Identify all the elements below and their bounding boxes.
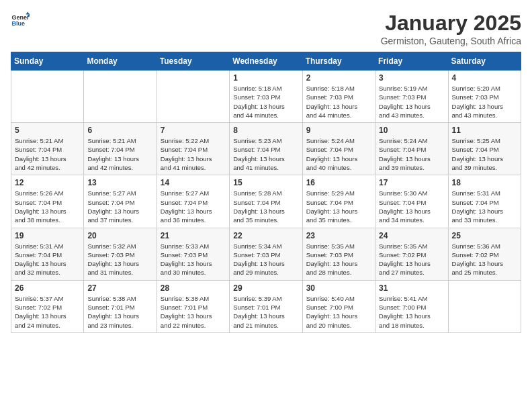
day-cell: 13Sunrise: 5:27 AM Sunset: 7:04 PM Dayli… <box>84 175 157 228</box>
day-info: Sunrise: 5:35 AM Sunset: 7:03 PM Dayligh… <box>306 242 371 277</box>
day-cell: 4Sunrise: 5:20 AM Sunset: 7:03 PM Daylig… <box>448 71 521 123</box>
logo: General Blue <box>11 11 30 30</box>
month-title: January 2025 <box>381 11 521 36</box>
day-number: 17 <box>379 178 444 187</box>
day-cell: 3Sunrise: 5:19 AM Sunset: 7:03 PM Daylig… <box>375 71 448 123</box>
day-info: Sunrise: 5:37 AM Sunset: 7:02 PM Dayligh… <box>15 294 80 330</box>
day-cell: 15Sunrise: 5:28 AM Sunset: 7:04 PM Dayli… <box>230 175 302 228</box>
svg-text:General: General <box>11 14 30 21</box>
day-number: 6 <box>87 126 152 135</box>
day-cell <box>448 280 521 332</box>
location-subtitle: Germiston, Gauteng, South Africa <box>381 36 521 46</box>
day-number: 26 <box>15 283 80 293</box>
day-cell: 24Sunrise: 5:35 AM Sunset: 7:02 PM Dayli… <box>375 228 448 280</box>
day-cell: 23Sunrise: 5:35 AM Sunset: 7:03 PM Dayli… <box>302 228 375 280</box>
svg-marker-2 <box>26 11 30 14</box>
day-number: 14 <box>161 178 226 187</box>
day-number: 20 <box>87 231 152 240</box>
week-row-2: 5Sunrise: 5:21 AM Sunset: 7:04 PM Daylig… <box>11 123 521 175</box>
day-cell: 14Sunrise: 5:27 AM Sunset: 7:04 PM Dayli… <box>157 175 229 228</box>
day-cell: 17Sunrise: 5:30 AM Sunset: 7:04 PM Dayli… <box>375 175 448 228</box>
day-cell: 2Sunrise: 5:18 AM Sunset: 7:03 PM Daylig… <box>302 71 375 123</box>
day-cell: 11Sunrise: 5:25 AM Sunset: 7:04 PM Dayli… <box>448 123 521 175</box>
day-number: 10 <box>379 126 444 135</box>
day-cell: 6Sunrise: 5:21 AM Sunset: 7:04 PM Daylig… <box>84 123 157 175</box>
day-info: Sunrise: 5:32 AM Sunset: 7:03 PM Dayligh… <box>87 242 152 277</box>
day-number: 18 <box>452 178 517 187</box>
day-info: Sunrise: 5:26 AM Sunset: 7:04 PM Dayligh… <box>15 189 80 224</box>
day-number: 4 <box>452 73 517 83</box>
day-cell: 16Sunrise: 5:29 AM Sunset: 7:04 PM Dayli… <box>302 175 375 228</box>
day-number: 27 <box>87 283 152 293</box>
day-number: 13 <box>87 178 152 187</box>
day-info: Sunrise: 5:24 AM Sunset: 7:04 PM Dayligh… <box>379 136 444 172</box>
day-info: Sunrise: 5:25 AM Sunset: 7:04 PM Dayligh… <box>452 136 517 172</box>
day-info: Sunrise: 5:21 AM Sunset: 7:04 PM Dayligh… <box>87 136 152 172</box>
day-number: 22 <box>233 231 298 240</box>
day-cell: 20Sunrise: 5:32 AM Sunset: 7:03 PM Dayli… <box>84 228 157 280</box>
day-info: Sunrise: 5:19 AM Sunset: 7:03 PM Dayligh… <box>379 84 444 120</box>
calendar-table: SundayMondayTuesdayWednesdayThursdayFrid… <box>11 52 521 333</box>
day-number: 19 <box>15 231 80 240</box>
day-info: Sunrise: 5:41 AM Sunset: 7:00 PM Dayligh… <box>379 294 444 330</box>
day-number: 11 <box>452 126 517 135</box>
day-number: 3 <box>379 73 444 83</box>
day-info: Sunrise: 5:33 AM Sunset: 7:03 PM Dayligh… <box>161 242 226 277</box>
day-info: Sunrise: 5:27 AM Sunset: 7:04 PM Dayligh… <box>87 189 152 224</box>
day-number: 25 <box>452 231 517 240</box>
day-cell: 31Sunrise: 5:41 AM Sunset: 7:00 PM Dayli… <box>375 280 448 332</box>
day-number: 15 <box>233 178 298 187</box>
day-number: 9 <box>306 126 371 135</box>
day-info: Sunrise: 5:34 AM Sunset: 7:03 PM Dayligh… <box>233 242 298 277</box>
day-number: 16 <box>306 178 371 187</box>
day-info: Sunrise: 5:38 AM Sunset: 7:01 PM Dayligh… <box>161 294 226 330</box>
day-cell: 22Sunrise: 5:34 AM Sunset: 7:03 PM Dayli… <box>230 228 302 280</box>
weekday-header-friday: Friday <box>375 52 448 71</box>
title-block: January 2025 Germiston, Gauteng, South A… <box>381 11 521 46</box>
day-number: 7 <box>161 126 226 135</box>
day-info: Sunrise: 5:38 AM Sunset: 7:01 PM Dayligh… <box>87 294 152 330</box>
day-cell: 5Sunrise: 5:21 AM Sunset: 7:04 PM Daylig… <box>11 123 84 175</box>
day-cell: 7Sunrise: 5:22 AM Sunset: 7:04 PM Daylig… <box>157 123 229 175</box>
day-info: Sunrise: 5:21 AM Sunset: 7:04 PM Dayligh… <box>15 136 80 172</box>
day-info: Sunrise: 5:31 AM Sunset: 7:04 PM Dayligh… <box>452 189 517 224</box>
week-row-5: 26Sunrise: 5:37 AM Sunset: 7:02 PM Dayli… <box>11 280 521 332</box>
day-cell: 25Sunrise: 5:36 AM Sunset: 7:02 PM Dayli… <box>448 228 521 280</box>
day-cell: 21Sunrise: 5:33 AM Sunset: 7:03 PM Dayli… <box>157 228 229 280</box>
day-cell: 10Sunrise: 5:24 AM Sunset: 7:04 PM Dayli… <box>375 123 448 175</box>
day-cell <box>11 71 84 123</box>
day-number: 21 <box>161 231 226 240</box>
day-info: Sunrise: 5:18 AM Sunset: 7:03 PM Dayligh… <box>306 84 371 120</box>
day-number: 23 <box>306 231 371 240</box>
weekday-header-monday: Monday <box>84 52 157 71</box>
day-number: 8 <box>233 126 298 135</box>
weekday-header-saturday: Saturday <box>448 52 521 71</box>
weekday-header-thursday: Thursday <box>302 52 375 71</box>
day-number: 24 <box>379 231 444 240</box>
day-cell <box>84 71 157 123</box>
day-cell: 27Sunrise: 5:38 AM Sunset: 7:01 PM Dayli… <box>84 280 157 332</box>
week-row-3: 12Sunrise: 5:26 AM Sunset: 7:04 PM Dayli… <box>11 175 521 228</box>
day-cell: 12Sunrise: 5:26 AM Sunset: 7:04 PM Dayli… <box>11 175 84 228</box>
day-info: Sunrise: 5:40 AM Sunset: 7:00 PM Dayligh… <box>306 294 371 330</box>
day-info: Sunrise: 5:18 AM Sunset: 7:03 PM Dayligh… <box>233 84 298 120</box>
day-info: Sunrise: 5:31 AM Sunset: 7:04 PM Dayligh… <box>15 242 80 277</box>
day-info: Sunrise: 5:22 AM Sunset: 7:04 PM Dayligh… <box>161 136 226 172</box>
day-number: 12 <box>15 178 80 187</box>
day-cell: 28Sunrise: 5:38 AM Sunset: 7:01 PM Dayli… <box>157 280 229 332</box>
weekday-header-wednesday: Wednesday <box>230 52 302 71</box>
day-cell: 29Sunrise: 5:39 AM Sunset: 7:01 PM Dayli… <box>230 280 302 332</box>
day-number: 29 <box>233 283 298 293</box>
day-number: 2 <box>306 73 371 83</box>
day-info: Sunrise: 5:20 AM Sunset: 7:03 PM Dayligh… <box>452 84 517 120</box>
day-info: Sunrise: 5:29 AM Sunset: 7:04 PM Dayligh… <box>306 189 371 224</box>
day-cell: 1Sunrise: 5:18 AM Sunset: 7:03 PM Daylig… <box>230 71 302 123</box>
day-number: 30 <box>306 283 371 293</box>
day-info: Sunrise: 5:27 AM Sunset: 7:04 PM Dayligh… <box>161 189 226 224</box>
day-cell: 19Sunrise: 5:31 AM Sunset: 7:04 PM Dayli… <box>11 228 84 280</box>
day-cell: 26Sunrise: 5:37 AM Sunset: 7:02 PM Dayli… <box>11 280 84 332</box>
weekday-header-row: SundayMondayTuesdayWednesdayThursdayFrid… <box>11 52 521 71</box>
day-info: Sunrise: 5:35 AM Sunset: 7:02 PM Dayligh… <box>379 242 444 277</box>
day-info: Sunrise: 5:39 AM Sunset: 7:01 PM Dayligh… <box>233 294 298 330</box>
day-cell: 8Sunrise: 5:23 AM Sunset: 7:04 PM Daylig… <box>230 123 302 175</box>
